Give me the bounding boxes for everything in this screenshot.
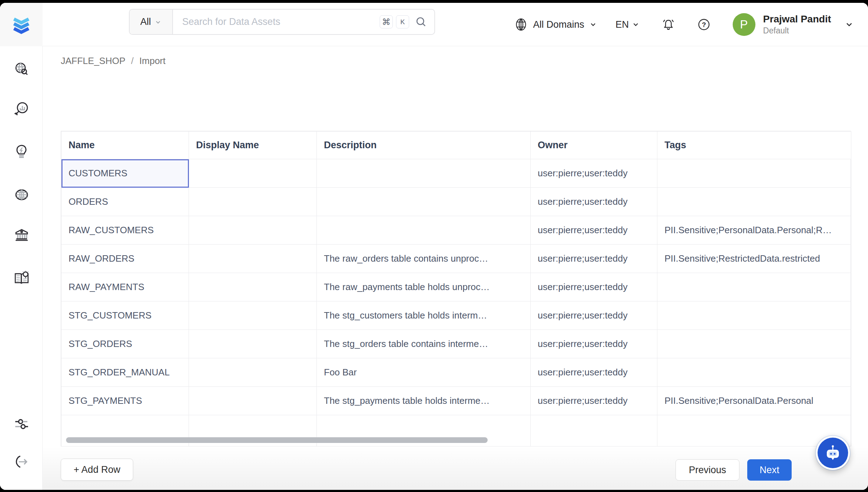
avatar: P <box>733 13 755 36</box>
cell-description[interactable]: The stg_payments table holds interme… <box>317 387 531 415</box>
add-row-button[interactable]: + Add Row <box>61 459 133 481</box>
app-window: All ⌘ K All Domains <box>0 3 868 490</box>
breadcrumb-separator: / <box>131 55 134 66</box>
cell-name[interactable]: STG_PAYMENTS <box>61 387 189 415</box>
sidebar-item-logout[interactable] <box>13 453 31 471</box>
cell-tags[interactable] <box>657 159 851 188</box>
cell-tags[interactable]: PII.Sensitive;PersonalData.Personal <box>657 387 851 415</box>
chatbot-button[interactable] <box>816 436 850 470</box>
cell-owner[interactable]: user:pierre;user:teddy <box>531 273 657 301</box>
cell-display-name[interactable] <box>189 358 317 387</box>
sidebar-item-settings[interactable] <box>13 416 31 433</box>
cell-description[interactable]: The raw_orders table contains unproc… <box>317 245 531 273</box>
cell-tags[interactable]: PII.Sensitive;PersonalData.Personal;R… <box>657 216 851 245</box>
svg-text:?: ? <box>702 21 706 28</box>
user-info: Prajwal Pandit Default <box>763 13 831 36</box>
cell-name[interactable]: RAW_PAYMENTS <box>61 273 189 301</box>
chevron-down-icon <box>632 21 640 28</box>
domain-selector[interactable]: All Domains <box>514 17 597 32</box>
help-button[interactable]: ? <box>696 17 711 32</box>
table-row: STG_ORDER_MANUALFoo Baruser:pierre;user:… <box>61 358 851 387</box>
logout-icon <box>13 454 30 471</box>
column-header-owner: Owner <box>531 132 657 159</box>
cell-name[interactable]: ORDERS <box>61 188 189 216</box>
cell-tags[interactable] <box>657 301 851 330</box>
horizontal-scrollbar[interactable] <box>66 437 488 443</box>
cell-owner[interactable]: user:pierre;user:teddy <box>531 216 657 245</box>
cell-display-name[interactable] <box>189 188 317 216</box>
cell-display-name[interactable] <box>189 159 317 188</box>
cell-name[interactable]: STG_CUSTOMERS <box>61 301 189 330</box>
cmd-key-badge: ⌘ <box>380 15 393 28</box>
cell-display-name[interactable] <box>189 245 317 273</box>
cell-display-name[interactable] <box>189 330 317 358</box>
sidebar-item-insights[interactable] <box>13 143 31 161</box>
cell-name[interactable]: STG_ORDER_MANUAL <box>61 358 189 387</box>
cell-display-name[interactable] <box>189 387 317 415</box>
layers-logo-icon <box>10 13 33 36</box>
chevron-down-icon <box>154 18 162 26</box>
chevron-down-icon <box>589 21 597 28</box>
language-selector[interactable]: EN <box>615 19 640 30</box>
sidebar-item-govern[interactable] <box>13 226 31 244</box>
cell-display-name[interactable] <box>189 216 317 245</box>
sidebar-item-explore[interactable] <box>13 61 31 79</box>
cell-owner[interactable]: user:pierre;user:teddy <box>531 159 657 188</box>
globe-icon <box>514 17 528 32</box>
cell-description[interactable] <box>317 159 531 188</box>
cell-owner[interactable]: user:pierre;user:teddy <box>531 358 657 387</box>
user-name: Prajwal Pandit <box>763 13 831 25</box>
breadcrumb-current: Import <box>139 55 166 66</box>
cell-tags[interactable] <box>657 358 851 387</box>
sidebar <box>0 3 43 490</box>
topbar: All ⌘ K All Domains <box>43 3 868 46</box>
cell-description[interactable]: The stg_customers table holds interm… <box>317 301 531 330</box>
search-input[interactable] <box>173 16 380 27</box>
cell-name[interactable]: STG_ORDERS <box>61 330 189 358</box>
cell-owner[interactable]: user:pierre;user:teddy <box>531 330 657 358</box>
cell-tags[interactable] <box>657 273 851 301</box>
cell-tags[interactable] <box>657 330 851 358</box>
cell-description[interactable]: The raw_payments table holds unproc… <box>317 273 531 301</box>
table-row: RAW_CUSTOMERSuser:pierre;user:teddyPII.S… <box>61 216 851 245</box>
table-row: ORDERSuser:pierre;user:teddy <box>61 188 851 216</box>
cell-name[interactable]: CUSTOMERS <box>61 159 189 188</box>
import-preview-grid: Name Display Name Description Owner Tags… <box>61 131 851 446</box>
observability-icon <box>13 101 30 118</box>
app-logo[interactable] <box>0 3 43 46</box>
import-stepper: ✓ Upload CSV File Preview & Edit Update <box>0 73 868 119</box>
cell-owner[interactable]: user:pierre;user:teddy <box>531 245 657 273</box>
cell-name[interactable]: RAW_ORDERS <box>61 245 189 273</box>
cell-description[interactable] <box>317 188 531 216</box>
sidebar-item-knowledge-center[interactable] <box>13 269 31 287</box>
sidebar-item-domains[interactable] <box>13 186 31 204</box>
next-button[interactable]: Next <box>747 459 792 481</box>
cell-display-name[interactable] <box>189 273 317 301</box>
cell-owner[interactable]: user:pierre;user:teddy <box>531 301 657 330</box>
cell-owner[interactable]: user:pierre;user:teddy <box>531 387 657 415</box>
cell-name[interactable]: RAW_CUSTOMERS <box>61 216 189 245</box>
column-header-tags: Tags <box>657 132 851 159</box>
cell-tags[interactable]: PII.Sensitive;RestrictedData.restricted <box>657 245 851 273</box>
cell-owner[interactable]: user:pierre;user:teddy <box>531 188 657 216</box>
search-filter-select[interactable]: All <box>130 10 173 34</box>
table-row: RAW_PAYMENTSThe raw_payments table holds… <box>61 273 851 301</box>
column-header-description: Description <box>317 132 531 159</box>
breadcrumb-root[interactable]: JAFFLE_SHOP <box>61 55 125 66</box>
previous-button[interactable]: Previous <box>676 459 739 481</box>
cell-empty[interactable] <box>531 415 657 446</box>
cell-description[interactable]: The stg_orders table contains interme… <box>317 330 531 358</box>
table-row: STG_CUSTOMERSThe stg_customers table hol… <box>61 301 851 330</box>
cell-description[interactable] <box>317 216 531 245</box>
sidebar-item-observability[interactable] <box>13 101 31 118</box>
notifications-button[interactable] <box>661 17 676 32</box>
insights-icon <box>13 143 30 160</box>
data-assets-table: Name Display Name Description Owner Tags… <box>61 131 851 446</box>
column-header-name: Name <box>61 132 189 159</box>
cell-display-name[interactable] <box>189 301 317 330</box>
user-menu[interactable]: P Prajwal Pandit Default <box>733 13 854 36</box>
cell-description[interactable]: Foo Bar <box>317 358 531 387</box>
cell-tags[interactable] <box>657 188 851 216</box>
search-icon[interactable] <box>415 16 427 28</box>
breadcrumb: JAFFLE_SHOP / Import <box>61 55 166 66</box>
